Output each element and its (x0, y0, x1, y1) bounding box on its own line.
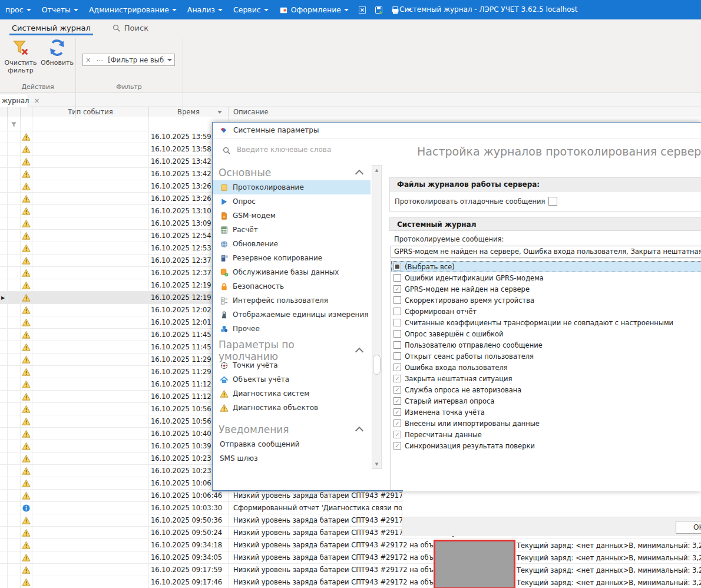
nav-item[interactable]: Безопасность (213, 279, 371, 293)
checked-checkbox[interactable]: ✓ (394, 419, 401, 427)
checked-checkbox[interactable]: ✓ (394, 364, 401, 371)
row-indicator-cell (0, 415, 8, 427)
checked-checkbox[interactable]: ✓ (394, 386, 401, 394)
table-row[interactable]: 16.10.2025 09:34:05Низкий уровень заряда… (0, 551, 701, 564)
nav-item[interactable]: Опрос (213, 194, 371, 209)
menu-item-5[interactable]: Сервис (228, 0, 274, 19)
nav-section-header[interactable]: Параметры по умолчанию (213, 343, 371, 358)
nav-item[interactable]: Прочее (213, 322, 371, 336)
menu-item-1[interactable]: прос (0, 0, 37, 19)
filter-combo[interactable]: × ⋯ [Фильтр не выбран] (82, 54, 175, 66)
nav-item[interactable]: Расчёт (213, 223, 371, 237)
message-type-item[interactable]: Сформирован отчёт (391, 306, 701, 317)
row-indicator-cell (0, 180, 8, 192)
unchecked-checkbox[interactable] (394, 352, 401, 360)
checked-checkbox[interactable]: ✓ (394, 442, 401, 450)
nav-item[interactable]: SMS шлюз (213, 451, 371, 465)
checked-checkbox[interactable]: ✓ (394, 397, 401, 405)
header-time[interactable]: Время (149, 107, 229, 117)
scroll-up-icon[interactable]: ▲ (372, 166, 381, 174)
nav-item[interactable]: Обновление (213, 237, 371, 251)
table-row[interactable]: 16.10.2025 09:17:59Низкий уровень заряда… (0, 564, 701, 576)
warning-icon (22, 157, 31, 166)
nav-item[interactable]: Диагностика систем (213, 387, 371, 401)
nav-item[interactable]: Отображаемые единицы измерения (213, 308, 371, 322)
checked-checkbox[interactable]: ✓ (394, 285, 401, 293)
nav-item[interactable]: Интерфейс пользователя (213, 293, 371, 308)
debug-messages-checkbox[interactable] (548, 197, 557, 206)
combo-clear-icon[interactable]: × (83, 56, 94, 64)
message-type-item[interactable]: Пользователю отправлено сообщение (391, 339, 701, 351)
event-icon-cell (21, 564, 32, 576)
message-type-item[interactable]: ✓Служба опроса не авторизована (391, 384, 701, 395)
clear-filter-button[interactable]: Очистить фильтр (2, 39, 39, 74)
message-type-item[interactable]: Считанные коэффициенты трансформации не … (391, 317, 701, 328)
unchecked-checkbox[interactable] (394, 274, 401, 282)
refresh-button[interactable]: Обновить (39, 39, 75, 67)
scroll-down-icon[interactable]: ▼ (372, 460, 381, 468)
checked-checkbox[interactable]: ✓ (394, 431, 401, 438)
message-type-item[interactable]: ✓Ошибка входа пользователя (391, 362, 701, 373)
message-type-item[interactable]: Опрос завершён с ошибкой (391, 328, 701, 339)
indeterminate-checkbox[interactable] (394, 263, 401, 270)
message-type-item[interactable]: ✓Изменена точка учёта (391, 407, 701, 418)
window-x-button[interactable] (358, 5, 367, 15)
nav-section-header[interactable]: Основные (213, 165, 371, 180)
ok-button[interactable]: ОК (676, 521, 701, 534)
checked-checkbox[interactable]: ✓ (394, 408, 401, 416)
nav-item[interactable]: Обслуживание базы данных (213, 265, 371, 279)
event-type-cell (32, 217, 149, 229)
nav-item-label: Обслуживание базы данных (233, 268, 339, 276)
nav-item[interactable]: Объекты учёта (213, 372, 371, 387)
checked-checkbox[interactable]: ✓ (394, 375, 401, 382)
message-type-item[interactable]: ✓Пересчитаны данные (391, 429, 701, 440)
unchecked-checkbox[interactable] (394, 296, 401, 304)
message-type-label: Пересчитаны данные (405, 431, 482, 439)
unchecked-checkbox[interactable] (394, 341, 401, 349)
message-type-item[interactable]: ✓GPRS-модем не найден на сервере (391, 283, 701, 295)
event-time-cell: 16.10.2025 09:17:59 (149, 564, 229, 576)
row-indicator-cell (0, 452, 8, 464)
message-type-item[interactable]: Ошибки идентификации GPRS-модема (391, 272, 701, 283)
message-type-item[interactable]: Открыт сеанс работы пользователя (391, 351, 701, 362)
combo-more-icon[interactable]: ⋯ (94, 56, 106, 64)
menu-item-6[interactable]: Оформление (274, 0, 354, 19)
table-row[interactable]: 16.10.2025 09:17:46Низкий уровень заряда… (0, 576, 701, 588)
menu-item-2[interactable]: Отчеты (37, 0, 84, 19)
message-type-item[interactable]: ✓Закрыта нештатная ситуация (391, 373, 701, 384)
table-row[interactable]: 16.10.2025 09:34:18Низкий уровень заряда… (0, 539, 701, 551)
unchecked-checkbox[interactable] (394, 330, 401, 338)
message-type-item[interactable]: ✓Внесены или импортированы данные (391, 418, 701, 429)
print-button[interactable] (391, 5, 400, 15)
nav-item[interactable]: Резервное копирование (213, 251, 371, 265)
combo-dropdown-icon[interactable] (164, 54, 174, 65)
nav-section-header[interactable]: Уведомления (213, 422, 371, 437)
close-icon[interactable]: × (34, 97, 39, 105)
unchecked-checkbox[interactable] (394, 308, 401, 315)
header-event-type[interactable]: Тип события (32, 107, 149, 117)
nav-item[interactable]: Диагностика объектов (213, 401, 371, 415)
header-description[interactable]: Описание (229, 107, 701, 117)
clear-filter-icon (2, 39, 39, 57)
nav-item[interactable]: Протоколирование (213, 180, 371, 194)
nav-item[interactable]: GSM-модем (213, 209, 371, 223)
menu-item-4[interactable]: Анализ (182, 0, 228, 19)
event-type-cell (32, 539, 149, 551)
logged-messages-input[interactable]: GPRS-модем не найден на сервере, Ошибка … (391, 246, 701, 258)
nav-item[interactable]: Отправка сообщений (213, 437, 371, 451)
message-type-item[interactable]: Скорректировано время устройства (391, 295, 701, 306)
nav-scrollbar[interactable]: ▲ ▼ (372, 165, 382, 469)
tab-system-journal[interactable]: Системный журнал (9, 22, 93, 35)
message-type-item[interactable]: (Выбрать все) (391, 261, 701, 272)
tab-search[interactable]: Поиск (110, 21, 151, 35)
save-button[interactable] (374, 5, 383, 15)
unchecked-checkbox[interactable] (394, 319, 401, 326)
message-type-item[interactable]: ✓Синхронизация результата поверки (391, 440, 701, 451)
message-type-item[interactable]: ✓Старый интервал опроса (391, 395, 701, 407)
dialog-title-bar[interactable]: Системные параметры (213, 123, 701, 138)
row-indicator-cell (0, 366, 8, 378)
menu-item-3[interactable]: Администрирование (84, 0, 182, 19)
scroll-thumb[interactable] (373, 355, 381, 375)
doc-tab-journal[interactable]: журнал × (0, 94, 28, 107)
dialog-search-input[interactable]: Введите ключевые слова (213, 140, 383, 159)
